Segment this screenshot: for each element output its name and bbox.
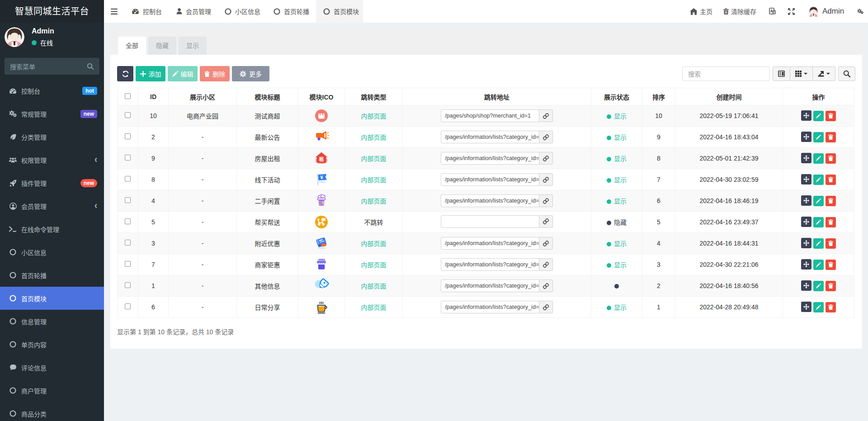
svg-text:二手: 二手: [318, 201, 325, 205]
svg-text:租: 租: [319, 156, 324, 162]
